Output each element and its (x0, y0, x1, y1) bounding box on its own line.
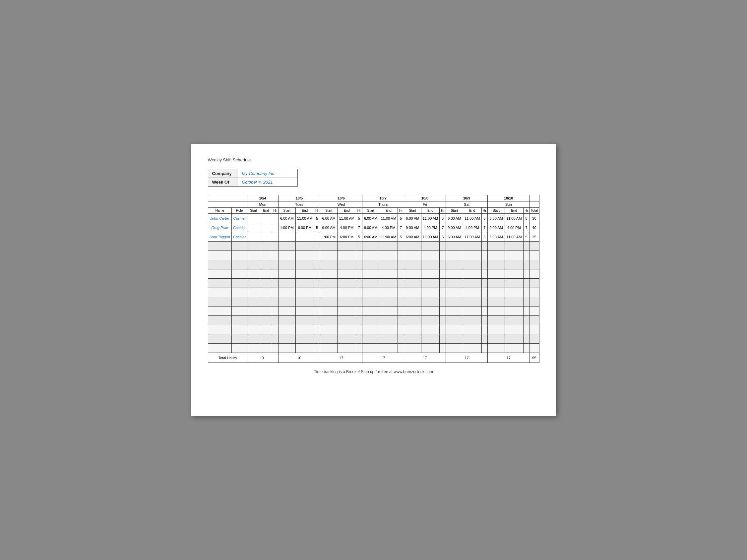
date-107: 10/7 (362, 195, 404, 202)
page: Weekly Shift Schedule Company My Company… (191, 144, 556, 416)
col-tue-hr: Hr (314, 208, 320, 214)
day-sun: Sun (488, 202, 530, 208)
day-wed: Wed (320, 202, 362, 208)
employee-row: Greg PrattCashier1:00 PM6:00 PM59:00 AM4… (208, 223, 539, 232)
empty-row (208, 251, 539, 260)
day-fri: Fri (404, 202, 446, 208)
empty-row (208, 279, 539, 288)
col-mon-end: End (260, 208, 272, 214)
empty-row (208, 306, 539, 316)
col-thu-hr: Hr (398, 208, 404, 214)
day-sat: Sat (446, 202, 488, 208)
col-sat-hr: Hr (482, 208, 488, 214)
date-1010: 10/10 (488, 195, 530, 202)
col-wed-end: End (337, 208, 356, 214)
date-header-row: 10/4 10/5 10/6 10/7 10/8 10/9 10/10 (208, 195, 539, 202)
schedule-table: 10/4 10/5 10/6 10/7 10/8 10/9 10/10 Mon … (208, 195, 539, 363)
empty-row (208, 260, 539, 269)
col-wed-start: Start (320, 208, 337, 214)
day-header-row: Mon Tues Wed Thurs Fri Sat Sun (208, 202, 539, 208)
col-mon-start: Start (247, 208, 260, 214)
col-header-row: Name Role Start End Hr Start End Hr Star… (208, 208, 539, 214)
col-tue-start: Start (278, 208, 295, 214)
empty-row (208, 297, 539, 306)
week-of-label: Week Of (208, 178, 238, 187)
total-col-header (530, 202, 539, 208)
total-hours-row: Total Hours010171717171795 (208, 353, 539, 363)
col-sat-start: Start (446, 208, 463, 214)
empty-row (208, 242, 539, 251)
col-sat-end: End (463, 208, 482, 214)
day-mon: Mon (247, 202, 278, 208)
date-106: 10/6 (320, 195, 362, 202)
company-value: My Company Inc. (238, 169, 298, 178)
total-header-empty (530, 195, 539, 202)
page-title: Weekly Shift Schedule (208, 157, 539, 162)
col-thu-start: Start (362, 208, 379, 214)
empty-row (208, 288, 539, 297)
employee-row: John CarterCashier6:00 AM11:00 AM56:00 A… (208, 214, 539, 223)
date-108: 10/8 (404, 195, 446, 202)
date-104: 10/4 (247, 195, 278, 202)
info-table: Company My Company Inc. Week Of October … (208, 169, 298, 187)
day-thurs: Thurs (362, 202, 404, 208)
empty-row (208, 325, 539, 334)
col-tue-end: End (295, 208, 314, 214)
col-sun-end: End (505, 208, 523, 214)
col-sun-start: Start (488, 208, 505, 214)
company-label: Company (208, 169, 238, 178)
col-mon-hr: Hr (272, 208, 279, 214)
empty-header-2 (208, 202, 247, 208)
col-fri-hr: Hr (440, 208, 446, 214)
empty-header-1 (208, 195, 247, 202)
col-sun-hr: Hr (523, 208, 530, 214)
col-total: Total (530, 208, 539, 214)
col-thu-end: End (379, 208, 398, 214)
employee-row: Sam TaggartCashier1:00 PM6:00 PM56:00 AM… (208, 232, 539, 242)
date-105: 10/5 (278, 195, 320, 202)
col-wed-hr: Hr (356, 208, 362, 214)
empty-row (208, 334, 539, 344)
col-fri-start: Start (404, 208, 421, 214)
day-tues: Tues (278, 202, 320, 208)
week-of-value: October 4, 2021 (238, 178, 298, 187)
col-fri-end: End (421, 208, 440, 214)
empty-row (208, 344, 539, 353)
date-109: 10/9 (446, 195, 488, 202)
col-role: Role (232, 208, 247, 214)
empty-row (208, 316, 539, 325)
col-name: Name (208, 208, 232, 214)
footer-text: Time tracking is a Breeze! Sign up for f… (208, 370, 539, 374)
empty-row (208, 269, 539, 279)
